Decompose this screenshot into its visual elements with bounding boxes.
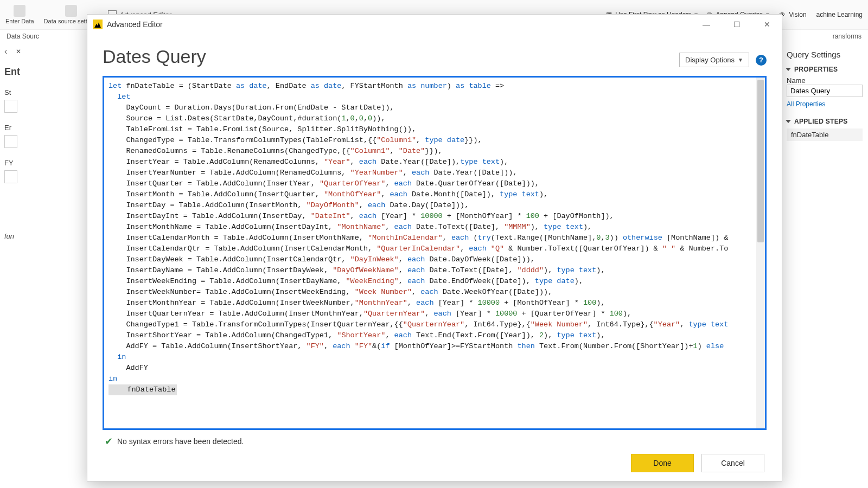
chevron-down-icon: ▼ [738,57,743,63]
function-label: fun [4,232,91,240]
advanced-editor-dialog: Advanced Editor — ☐ ✕ Dates Query Displa… [87,14,782,481]
section-label: APPLIED STEPS [794,118,848,125]
done-button[interactable]: Done [631,454,694,472]
nav-back-icon[interactable]: ‹ [4,47,7,56]
close-icon[interactable]: ✕ [14,47,23,56]
ribbon-label: Vision [789,11,806,18]
code-content[interactable]: let fnDateTable = (StartDate as date, En… [108,81,752,395]
ribbon-enter-data[interactable]: Enter Data [5,5,34,24]
syntax-status: ✔ No syntax errors have been detected. [103,430,767,451]
ribbon-vision[interactable]: 👁Vision [779,11,806,18]
close-button[interactable]: ✕ [758,20,776,29]
param-input[interactable] [4,170,17,183]
query-heading: Dates Query [103,46,206,67]
param-input[interactable] [4,135,17,148]
maximize-button[interactable]: ☐ [727,20,746,29]
collapse-icon [786,120,791,123]
ribbon-label: achine Learning [816,11,863,18]
properties-header[interactable]: PROPERTIES [787,66,863,73]
param-label: FY [4,159,91,167]
check-icon: ✔ [105,435,113,447]
name-label: Name [787,76,863,85]
cancel-button[interactable]: Cancel [701,454,764,472]
query-settings-panel: Query Settings PROPERTIES Name All Prope… [781,42,868,485]
scrollbar-thumb[interactable] [757,80,764,242]
enter-data-icon [14,5,25,17]
dropdown-label: Display Options [685,56,735,64]
param-label: Er [4,124,91,132]
collapse-icon [786,68,791,71]
status-text: No syntax errors have been detected. [117,437,244,446]
ribbon-label: Enter Data [5,18,34,24]
code-editor[interactable]: let fnDateTable = (StartDate as date, En… [103,76,767,430]
dialog-title: Advanced Editor [107,20,163,29]
applied-steps-header[interactable]: APPLIED STEPS [787,118,863,125]
display-options-dropdown[interactable]: Display Options ▼ [679,53,749,67]
section-label: PROPERTIES [794,66,838,73]
group-label: Data Sourc [7,33,39,40]
powerbi-logo-icon [93,20,103,29]
settings-icon [65,5,77,17]
panel-title: Query Settings [787,50,863,59]
vertical-scrollbar[interactable] [756,78,765,428]
parameters-panel: ‹ ✕ Ent St Er FY fun [0,42,95,485]
all-properties-link[interactable]: All Properties [787,100,863,108]
minimize-button[interactable]: — [697,20,716,29]
ribbon-machine-learning[interactable]: achine Learning [816,11,863,18]
query-name-input[interactable] [787,85,863,97]
group-label: ransforms [833,33,861,40]
help-button[interactable]: ? [756,55,767,66]
applied-step[interactable]: fnDateTable [787,129,863,141]
param-input[interactable] [4,100,17,113]
panel-heading: Ent [4,66,91,78]
param-label: St [4,88,91,97]
dialog-titlebar: Advanced Editor — ☐ ✕ [87,15,782,34]
